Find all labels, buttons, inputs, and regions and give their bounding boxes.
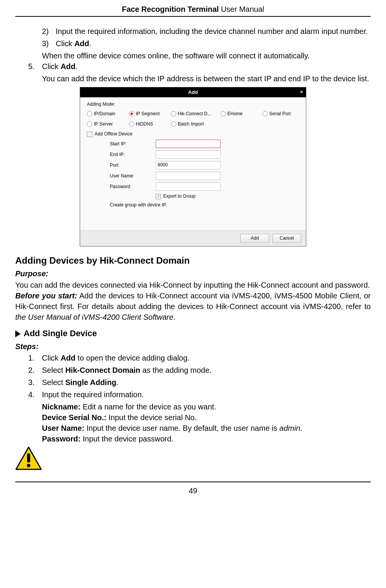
substep-3: 3) Click Add. [42, 38, 371, 49]
step-5: 5. Click Add. [28, 61, 371, 72]
field-nickname: Nickname: Edit a name for the device as … [42, 401, 371, 412]
radio-serial-port[interactable]: Serial Port [262, 111, 304, 117]
close-icon[interactable]: × [300, 89, 303, 95]
substep-3-text: Click Add. [56, 38, 371, 49]
purpose-label: Purpose: [15, 268, 371, 279]
before-you-start: Before you start: Add the devices to Hik… [15, 290, 371, 322]
radio-ip-server[interactable]: IP Server [87, 121, 129, 127]
footer-rule [15, 482, 371, 482]
radio-hiddns[interactable]: HiDDNS [129, 121, 171, 127]
warning-icon [15, 446, 42, 470]
add-offline-device[interactable]: Add Offline Device [87, 131, 299, 137]
steps-label: Steps: [15, 341, 371, 352]
substep-2-num: 2) [42, 26, 56, 37]
dialog-footer: Add Cancel [80, 230, 306, 246]
page-number: 49 [15, 485, 371, 496]
row-start-ip: Start IP: [110, 140, 299, 148]
end-ip-input[interactable] [156, 150, 220, 159]
port-input[interactable]: 8000 [156, 161, 220, 169]
purpose-text: You can add the devices connected via Hi… [15, 280, 371, 290]
substep-2-text: Input the required information, includin… [56, 26, 371, 37]
row-password: Password: [110, 182, 299, 191]
field-serial-no: Device Serial No.: Input the device seri… [42, 412, 371, 423]
step-4b: 4. Input the required information. [28, 389, 371, 400]
substep-2: 2) Input the required information, inclu… [42, 26, 371, 37]
adding-mode-label: Adding Mode: [87, 101, 299, 108]
substep-3-note: When the offline device comes online, th… [42, 50, 371, 61]
svg-rect-1 [27, 453, 30, 462]
row-user-name: User Name: [110, 172, 299, 180]
row-end-ip: End IP: [110, 150, 299, 159]
header-rule [15, 16, 371, 17]
radio-ip-segment[interactable]: IP Segment [129, 111, 171, 117]
checkbox-icon[interactable] [87, 132, 92, 137]
step-1: 1. Click Add to open the device adding d… [28, 353, 371, 363]
start-ip-input[interactable] [156, 140, 220, 148]
dialog-title: Add [188, 89, 198, 96]
radio-ehome[interactable]: EHome [220, 111, 262, 117]
arrow-right-icon [15, 330, 21, 337]
dialog-titlebar: Add × [80, 87, 306, 97]
step-5-text: Click Add. [42, 61, 371, 72]
header-rest: User Manual [219, 5, 264, 13]
header-bold: Face Recognition Terminal [122, 5, 219, 13]
user-name-input[interactable] [156, 172, 220, 180]
step-2b: 2. Select Hik-Connect Domain as the addi… [28, 365, 371, 375]
row-port: Port: 8000 [110, 161, 299, 169]
radio-hik-connect-d[interactable]: Hik-Connect D... [171, 111, 220, 117]
hint-text: Create group with device IP. [110, 202, 299, 208]
add-button[interactable]: Add [240, 234, 269, 243]
substep-3-num: 3) [42, 38, 56, 49]
adding-mode-radios: IP/Domain IP Segment Hik-Connect D... EH… [87, 111, 299, 127]
field-password: Password: Input the device password. [42, 433, 371, 444]
radio-batch-import[interactable]: Batch Import [171, 121, 220, 127]
checkbox-icon[interactable] [156, 194, 161, 199]
password-input[interactable] [156, 182, 220, 191]
svg-point-2 [27, 464, 31, 467]
cancel-button[interactable]: Cancel [272, 234, 301, 243]
radio-ip-domain[interactable]: IP/Domain [87, 111, 129, 117]
add-dialog: Add × Adding Mode: IP/Domain IP Segment … [80, 87, 306, 246]
field-user-name: User Name: Input the device user name. B… [42, 423, 371, 433]
section-heading-hik-connect: Adding Devices by Hik-Connect Domain [15, 254, 371, 267]
header-title: Face Recognition Terminal User Manual [15, 4, 371, 16]
section-heading-add-single-device: Add Single Device [15, 328, 371, 340]
step-5-num: 5. [28, 61, 42, 72]
step-5-note: You can add the device which the IP addr… [42, 73, 371, 84]
step-3b: 3. Select Single Adding. [28, 377, 371, 388]
row-export-to-group[interactable]: Export to Group [110, 193, 299, 200]
